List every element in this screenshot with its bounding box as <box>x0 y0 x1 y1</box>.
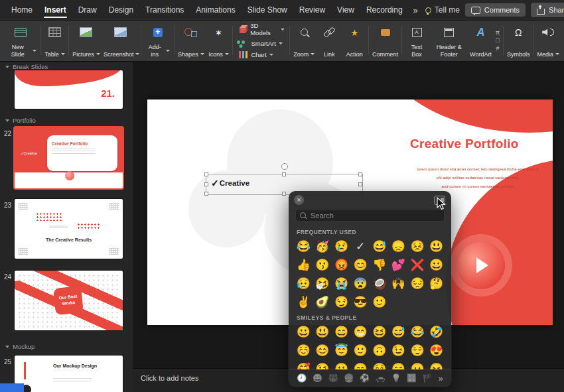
emoji-cell[interactable]: 😀 <box>294 322 313 341</box>
emoji-cell[interactable]: 😏 <box>332 293 351 311</box>
emoji-category-more[interactable]: » <box>438 374 443 383</box>
emoji-cell[interactable]: 🥳 <box>313 237 332 255</box>
object-icon[interactable] <box>496 38 500 44</box>
tab-home[interactable]: Home <box>5 0 38 20</box>
emoji-cell[interactable]: 😛 <box>408 359 427 369</box>
emoji-category-6[interactable]: 💡 <box>391 374 401 382</box>
emoji-cell[interactable]: 😘 <box>313 359 332 369</box>
emoji-search-field[interactable] <box>295 209 445 222</box>
resize-handle-sw[interactable] <box>204 192 208 196</box>
pictures-button[interactable]: Pictures <box>70 21 102 60</box>
emoji-cell[interactable]: 🤧 <box>313 274 332 293</box>
emoji-cell[interactable]: 😄 <box>332 322 351 341</box>
tab-insert[interactable]: Insert <box>38 0 72 20</box>
emoji-cell[interactable]: 😍 <box>427 341 446 359</box>
screenshot-button[interactable]: Screenshot <box>102 21 139 60</box>
rotate-handle[interactable] <box>281 163 288 170</box>
emoji-cell[interactable]: 🙃 <box>370 341 389 359</box>
emoji-cell[interactable]: 👍 <box>294 255 313 274</box>
slide-thumbnail-22[interactable]: Creative Portfolio ✓Creative <box>15 127 123 188</box>
emoji-category-1[interactable]: 😀 <box>313 374 322 382</box>
emoji-cell[interactable]: 😨 <box>351 274 370 293</box>
new-slide-button[interactable]: New Slide <box>3 21 39 60</box>
play-button-shape[interactable] <box>457 241 505 289</box>
link-button[interactable]: Link <box>317 21 342 60</box>
search-input[interactable] <box>309 211 440 220</box>
emoji-cell[interactable]: ✓ <box>351 237 370 255</box>
emoji-cell[interactable]: 😌 <box>408 341 427 359</box>
emoji-cell[interactable]: 😗 <box>313 255 332 274</box>
text-box-content[interactable]: ✓ Creative <box>211 178 249 188</box>
emoji-cell[interactable]: 😀 <box>427 255 446 274</box>
resize-handle-s[interactable] <box>282 192 286 196</box>
text-box-button[interactable]: Text Box <box>403 21 430 60</box>
emoji-cell[interactable]: 😡 <box>332 255 351 274</box>
emoji-cell[interactable]: 😗 <box>332 359 351 369</box>
emoji-cell[interactable]: 😊 <box>351 255 370 274</box>
emoji-category-4[interactable]: ⚽ <box>360 374 370 382</box>
emoji-cell[interactable]: 😎 <box>351 293 370 311</box>
tab-slide-show[interactable]: Slide Show <box>242 0 293 20</box>
emoji-cell[interactable]: 😁 <box>351 322 370 341</box>
section-portfolio[interactable]: Portfolio <box>5 117 36 124</box>
emoji-cell[interactable]: 😂 <box>294 237 313 255</box>
emoji-cell[interactable]: 🙌 <box>389 274 408 293</box>
emoji-cell[interactable]: 😃 <box>427 237 446 255</box>
emoji-cell[interactable]: 😃 <box>313 322 332 341</box>
emoji-cell[interactable]: ✌️ <box>294 293 313 311</box>
emoji-cell[interactable]: ❌ <box>408 255 427 274</box>
header-footer-button[interactable]: Header & Footer <box>430 21 468 60</box>
3d-models-button[interactable]: 3D Models <box>238 22 285 36</box>
icons-button[interactable]: Icons <box>206 21 231 60</box>
media-button[interactable]: Media <box>535 21 561 60</box>
emoji-cell[interactable]: 😢 <box>332 237 351 255</box>
emoji-cell[interactable]: 😇 <box>332 341 351 359</box>
emoji-cell[interactable]: 🙂 <box>370 293 389 311</box>
emoji-cell[interactable]: 😅 <box>370 237 389 255</box>
emoji-cell[interactable]: 😔 <box>408 274 427 293</box>
section-break-slides[interactable]: Break Slides <box>5 63 48 70</box>
emoji-cell[interactable]: 😚 <box>370 359 389 369</box>
tab-design[interactable]: Design <box>103 0 139 20</box>
equation-icon[interactable] <box>496 30 500 36</box>
emoji-cell[interactable]: 😥 <box>294 274 313 293</box>
emoji-cell[interactable]: 😙 <box>351 359 370 369</box>
close-icon[interactable] <box>294 195 304 205</box>
emoji-cell[interactable]: ☺️ <box>294 341 313 359</box>
tell-me[interactable]: Tell me <box>425 5 460 15</box>
slide-title[interactable]: Creative Portfolio <box>410 137 549 151</box>
section-mockup[interactable]: Mockup <box>5 343 35 350</box>
resize-handle-n[interactable] <box>282 172 286 176</box>
tab-draw[interactable]: Draw <box>72 0 103 20</box>
smartart-button[interactable]: SmartArt <box>238 39 285 48</box>
zoom-button[interactable]: Zoom <box>291 21 317 60</box>
emoji-cell[interactable]: 😞 <box>389 237 408 255</box>
emoji-cell[interactable]: 🤔 <box>427 274 446 293</box>
emoji-cell[interactable]: 😅 <box>389 322 408 341</box>
tab-review[interactable]: Review <box>293 0 331 20</box>
emoji-cell[interactable]: 🥥 <box>370 274 389 293</box>
wordart-button[interactable]: WordArt <box>468 21 494 60</box>
emoji-cell[interactable]: 😋 <box>389 359 408 369</box>
emoji-cell[interactable]: 😊 <box>313 341 332 359</box>
expand-picker-icon[interactable] <box>434 196 445 205</box>
emoji-category-2[interactable]: 🐻 <box>328 374 338 382</box>
emoji-cell[interactable]: 🤣 <box>427 322 446 341</box>
add-ins-button[interactable]: Add-ins <box>143 21 173 60</box>
slide-thumbnail-23[interactable]: The Creative Results <box>15 199 123 259</box>
slide-thumbnail-25[interactable]: Our Mockup Design <box>15 356 123 392</box>
emoji-category-7[interactable]: 🔣 <box>407 374 417 382</box>
emoji-category-0[interactable]: 🕘 <box>297 374 307 382</box>
action-button[interactable]: Action <box>342 21 367 60</box>
tab-transitions[interactable]: Transitions <box>139 0 190 20</box>
emoji-cell[interactable]: 😣 <box>408 237 427 255</box>
emoji-cell[interactable]: 😆 <box>370 322 389 341</box>
emoji-cell[interactable]: 🙂 <box>351 341 370 359</box>
emoji-cell[interactable]: 🥑 <box>313 293 332 311</box>
chart-button[interactable]: Chart <box>238 50 285 59</box>
slide-body-text[interactable]: lorem ipsum dolor sita amet consec tetu … <box>402 165 553 191</box>
tabs-overflow-chevron[interactable]: » <box>409 5 423 15</box>
emoji-cell[interactable]: 🥰 <box>294 359 313 369</box>
red-circle-shape-top[interactable] <box>373 99 553 133</box>
resize-handle-nw[interactable] <box>204 172 208 176</box>
